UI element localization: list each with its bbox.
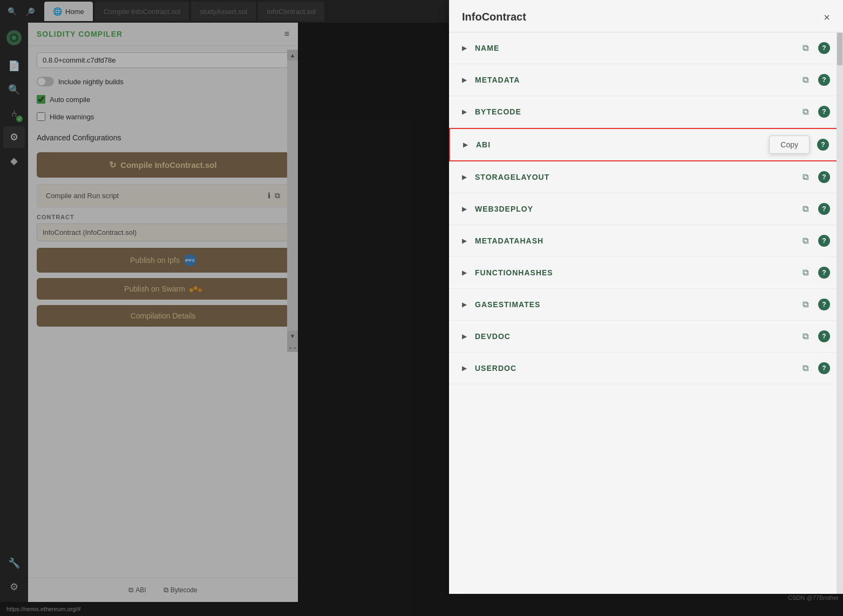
modal-scrollbar[interactable] [837,32,843,594]
modal-title: InfoContract [462,11,526,23]
item-gasestimates-help-icon[interactable]: ? [818,299,830,310]
item-abi-label: ABI [476,140,795,149]
item-web3deploy[interactable]: ▶ WEB3DEPLOY ⧉ ? [449,193,843,225]
item-userdoc-copy-icon[interactable]: ⧉ [803,363,808,373]
item-userdoc-arrow: ▶ [462,364,468,372]
item-storagelayout-arrow: ▶ [462,173,468,181]
item-metadatahash[interactable]: ▶ METADATAHASH ⧉ ? [449,225,843,257]
item-storagelayout-label: STORAGELAYOUT [475,173,796,181]
copy-tooltip[interactable]: Copy [769,136,810,154]
item-bytecode-label: BYTECODE [475,107,796,116]
item-web3deploy-copy-icon[interactable]: ⧉ [803,204,808,214]
item-metadatahash-label: METADATAHASH [475,236,796,245]
item-metadatahash-arrow: ▶ [462,237,468,245]
modal-header: InfoContract × [449,0,843,32]
item-userdoc[interactable]: ▶ USERDOC ⧉ ? [449,353,843,384]
item-userdoc-label: USERDOC [475,364,796,373]
item-bytecode[interactable]: ▶ BYTECODE ⧉ ? [449,96,843,128]
item-metadata-label: METADATA [475,76,796,84]
item-metadatahash-help-icon[interactable]: ? [818,235,830,247]
modal-body: ▶ NAME ⧉ ? ▶ METADATA ⧉ ? ▶ BYTECODE ⧉ ? [449,32,843,594]
item-storagelayout-copy-icon[interactable]: ⧉ [803,172,808,182]
item-storagelayout-help-icon[interactable]: ? [818,171,830,183]
item-name-arrow: ▶ [462,44,468,52]
item-functionhashes-label: FUNCTIONHASHES [475,268,796,277]
item-bytecode-help-icon[interactable]: ? [818,106,830,118]
item-abi-arrow: ▶ [463,141,470,148]
item-bytecode-copy-icon[interactable]: ⧉ [803,107,808,117]
item-web3deploy-arrow: ▶ [462,205,468,213]
item-metadata[interactable]: ▶ METADATA ⧉ ? [449,64,843,96]
item-metadatahash-copy-icon[interactable]: ⧉ [803,236,808,246]
item-functionhashes[interactable]: ▶ FUNCTIONHASHES ⧉ ? [449,257,843,289]
item-abi[interactable]: ▶ ABI ⧉ ? Copy [449,128,843,161]
item-devdoc-label: DEVDOC [475,332,796,341]
item-userdoc-help-icon[interactable]: ? [818,362,830,374]
item-devdoc-copy-icon[interactable]: ⧉ [803,331,808,341]
modal-close-button[interactable]: × [824,12,830,23]
item-gasestimates-arrow: ▶ [462,301,468,308]
item-functionhashes-arrow: ▶ [462,269,468,276]
item-devdoc-arrow: ▶ [462,333,468,340]
item-gasestimates[interactable]: ▶ GASESTIMATES ⧉ ? [449,289,843,321]
item-abi-help-icon[interactable]: ? [817,139,829,151]
item-functionhashes-help-icon[interactable]: ? [818,267,830,279]
item-name-label: NAME [475,44,796,52]
item-metadata-copy-icon[interactable]: ⧉ [803,75,808,85]
modal-overlay: InfoContract × ▶ NAME ⧉ ? ▶ METADATA ⧉ ?… [0,0,843,616]
item-gasestimates-copy-icon[interactable]: ⧉ [803,300,808,309]
item-bytecode-arrow: ▶ [462,108,468,116]
item-name[interactable]: ▶ NAME ⧉ ? [449,32,843,64]
info-contract-modal: InfoContract × ▶ NAME ⧉ ? ▶ METADATA ⧉ ?… [449,0,843,594]
item-gasestimates-label: GASESTIMATES [475,300,796,309]
item-functionhashes-copy-icon[interactable]: ⧉ [803,268,808,277]
modal-scrollbar-thumb [837,33,842,65]
item-metadata-arrow: ▶ [462,76,468,84]
item-storagelayout[interactable]: ▶ STORAGELAYOUT ⧉ ? [449,161,843,193]
item-devdoc-help-icon[interactable]: ? [818,330,830,342]
item-devdoc[interactable]: ▶ DEVDOC ⧉ ? [449,321,843,353]
item-web3deploy-label: WEB3DEPLOY [475,205,796,213]
item-metadata-help-icon[interactable]: ? [818,74,830,86]
item-name-help-icon[interactable]: ? [818,42,830,54]
item-web3deploy-help-icon[interactable]: ? [818,203,830,215]
item-name-copy-icon[interactable]: ⧉ [803,43,808,53]
